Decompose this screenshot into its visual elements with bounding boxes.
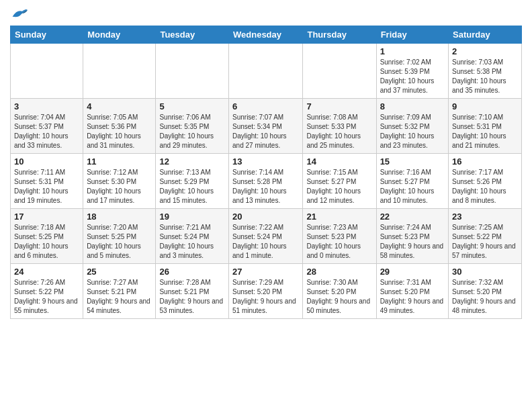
day-info: Sunrise: 7:31 AM Sunset: 5:20 PM Dayligh…	[380, 278, 445, 316]
calendar-cell: 12Sunrise: 7:13 AM Sunset: 5:29 PM Dayli…	[156, 154, 229, 209]
day-number: 13	[232, 156, 299, 167]
calendar-cell	[303, 44, 376, 99]
calendar-cell: 24Sunrise: 7:26 AM Sunset: 5:22 PM Dayli…	[11, 264, 83, 319]
calendar-cell: 26Sunrise: 7:28 AM Sunset: 5:21 PM Dayli…	[156, 264, 229, 319]
day-info: Sunrise: 7:22 AM Sunset: 5:24 PM Dayligh…	[232, 223, 299, 261]
calendar-cell	[229, 44, 303, 99]
day-number: 15	[380, 156, 445, 167]
day-info: Sunrise: 7:05 AM Sunset: 5:36 PM Dayligh…	[87, 113, 152, 150]
calendar-week-1: 1Sunrise: 7:02 AM Sunset: 5:39 PM Daylig…	[11, 44, 522, 99]
day-number: 29	[380, 267, 445, 277]
calendar-cell: 14Sunrise: 7:15 AM Sunset: 5:27 PM Dayli…	[303, 154, 376, 209]
day-number: 28	[306, 267, 372, 277]
calendar-cell: 20Sunrise: 7:22 AM Sunset: 5:24 PM Dayli…	[229, 209, 303, 264]
day-number: 8	[380, 101, 445, 111]
calendar-cell: 5Sunrise: 7:06 AM Sunset: 5:35 PM Daylig…	[156, 99, 229, 154]
calendar-cell: 25Sunrise: 7:27 AM Sunset: 5:21 PM Dayli…	[83, 264, 156, 319]
calendar-cell: 11Sunrise: 7:12 AM Sunset: 5:30 PM Dayli…	[83, 154, 156, 209]
day-number: 22	[380, 212, 445, 222]
day-number: 27	[232, 267, 299, 277]
day-info: Sunrise: 7:09 AM Sunset: 5:32 PM Dayligh…	[380, 113, 445, 150]
day-info: Sunrise: 7:26 AM Sunset: 5:22 PM Dayligh…	[14, 278, 79, 316]
day-info: Sunrise: 7:12 AM Sunset: 5:30 PM Dayligh…	[87, 168, 152, 205]
day-info: Sunrise: 7:24 AM Sunset: 5:23 PM Dayligh…	[380, 223, 445, 261]
page-header	[10, 7, 522, 20]
calendar-cell	[83, 44, 156, 99]
day-number: 1	[380, 46, 445, 56]
calendar-cell: 15Sunrise: 7:16 AM Sunset: 5:27 PM Dayli…	[376, 154, 448, 209]
day-number: 7	[306, 101, 372, 111]
calendar-cell: 18Sunrise: 7:20 AM Sunset: 5:25 PM Dayli…	[83, 209, 156, 264]
day-number: 20	[232, 212, 299, 222]
day-info: Sunrise: 7:16 AM Sunset: 5:27 PM Dayligh…	[380, 168, 445, 205]
calendar-cell: 13Sunrise: 7:14 AM Sunset: 5:28 PM Dayli…	[229, 154, 303, 209]
calendar-header-wednesday: Wednesday	[229, 26, 303, 44]
calendar-cell: 17Sunrise: 7:18 AM Sunset: 5:25 PM Dayli…	[11, 209, 83, 264]
calendar-week-2: 3Sunrise: 7:04 AM Sunset: 5:37 PM Daylig…	[11, 99, 522, 154]
day-number: 14	[306, 156, 372, 167]
day-info: Sunrise: 7:21 AM Sunset: 5:24 PM Dayligh…	[159, 223, 225, 261]
day-number: 6	[232, 101, 299, 111]
day-info: Sunrise: 7:25 AM Sunset: 5:22 PM Dayligh…	[452, 223, 518, 261]
day-number: 30	[452, 267, 518, 277]
day-number: 16	[452, 156, 518, 167]
day-info: Sunrise: 7:13 AM Sunset: 5:29 PM Dayligh…	[159, 168, 225, 205]
day-number: 19	[159, 212, 225, 222]
day-number: 4	[87, 101, 152, 111]
day-info: Sunrise: 7:20 AM Sunset: 5:25 PM Dayligh…	[87, 223, 152, 261]
calendar-cell: 30Sunrise: 7:32 AM Sunset: 5:20 PM Dayli…	[449, 264, 522, 319]
calendar-header-saturday: Saturday	[449, 26, 522, 44]
calendar-cell	[156, 44, 229, 99]
day-info: Sunrise: 7:03 AM Sunset: 5:38 PM Dayligh…	[452, 58, 518, 95]
day-number: 17	[14, 212, 79, 222]
day-info: Sunrise: 7:02 AM Sunset: 5:39 PM Dayligh…	[380, 58, 445, 95]
day-number: 26	[159, 267, 225, 277]
day-number: 25	[87, 267, 152, 277]
day-info: Sunrise: 7:17 AM Sunset: 5:26 PM Dayligh…	[452, 168, 518, 205]
calendar-cell: 2Sunrise: 7:03 AM Sunset: 5:38 PM Daylig…	[449, 44, 522, 99]
logo-bird-icon	[11, 7, 28, 20]
day-info: Sunrise: 7:30 AM Sunset: 5:20 PM Dayligh…	[306, 278, 372, 316]
calendar-cell: 21Sunrise: 7:23 AM Sunset: 5:23 PM Dayli…	[303, 209, 376, 264]
calendar-cell: 1Sunrise: 7:02 AM Sunset: 5:39 PM Daylig…	[376, 44, 448, 99]
calendar-week-5: 24Sunrise: 7:26 AM Sunset: 5:22 PM Dayli…	[11, 264, 522, 319]
calendar-cell	[11, 44, 83, 99]
day-number: 18	[87, 212, 152, 222]
day-info: Sunrise: 7:18 AM Sunset: 5:25 PM Dayligh…	[14, 223, 79, 261]
day-info: Sunrise: 7:27 AM Sunset: 5:21 PM Dayligh…	[87, 278, 152, 316]
day-number: 21	[306, 212, 372, 222]
day-info: Sunrise: 7:11 AM Sunset: 5:31 PM Dayligh…	[14, 168, 79, 205]
day-number: 23	[452, 212, 518, 222]
calendar-cell: 23Sunrise: 7:25 AM Sunset: 5:22 PM Dayli…	[449, 209, 522, 264]
day-number: 11	[87, 156, 152, 167]
calendar-cell: 27Sunrise: 7:29 AM Sunset: 5:20 PM Dayli…	[229, 264, 303, 319]
calendar-cell: 3Sunrise: 7:04 AM Sunset: 5:37 PM Daylig…	[11, 99, 83, 154]
day-number: 2	[452, 46, 518, 56]
calendar-header-tuesday: Tuesday	[156, 26, 229, 44]
calendar-week-3: 10Sunrise: 7:11 AM Sunset: 5:31 PM Dayli…	[11, 154, 522, 209]
day-info: Sunrise: 7:06 AM Sunset: 5:35 PM Dayligh…	[159, 113, 225, 150]
logo	[10, 7, 28, 20]
calendar-cell: 8Sunrise: 7:09 AM Sunset: 5:32 PM Daylig…	[376, 99, 448, 154]
day-number: 5	[159, 101, 225, 111]
day-number: 12	[159, 156, 225, 167]
calendar-table: SundayMondayTuesdayWednesdayThursdayFrid…	[10, 26, 522, 319]
page-container: SundayMondayTuesdayWednesdayThursdayFrid…	[0, 0, 532, 326]
day-info: Sunrise: 7:29 AM Sunset: 5:20 PM Dayligh…	[232, 278, 299, 316]
calendar-week-4: 17Sunrise: 7:18 AM Sunset: 5:25 PM Dayli…	[11, 209, 522, 264]
calendar-cell: 29Sunrise: 7:31 AM Sunset: 5:20 PM Dayli…	[376, 264, 448, 319]
day-info: Sunrise: 7:10 AM Sunset: 5:31 PM Dayligh…	[452, 113, 518, 150]
calendar-cell: 10Sunrise: 7:11 AM Sunset: 5:31 PM Dayli…	[11, 154, 83, 209]
calendar-cell: 22Sunrise: 7:24 AM Sunset: 5:23 PM Dayli…	[376, 209, 448, 264]
day-info: Sunrise: 7:32 AM Sunset: 5:20 PM Dayligh…	[452, 278, 518, 316]
calendar-header-sunday: Sunday	[11, 26, 83, 44]
calendar-header-monday: Monday	[83, 26, 156, 44]
day-info: Sunrise: 7:04 AM Sunset: 5:37 PM Dayligh…	[14, 113, 79, 150]
calendar-cell: 7Sunrise: 7:08 AM Sunset: 5:33 PM Daylig…	[303, 99, 376, 154]
calendar-header-row: SundayMondayTuesdayWednesdayThursdayFrid…	[11, 26, 522, 44]
day-number: 10	[14, 156, 79, 167]
day-info: Sunrise: 7:28 AM Sunset: 5:21 PM Dayligh…	[159, 278, 225, 316]
calendar-cell: 16Sunrise: 7:17 AM Sunset: 5:26 PM Dayli…	[449, 154, 522, 209]
calendar-cell: 9Sunrise: 7:10 AM Sunset: 5:31 PM Daylig…	[449, 99, 522, 154]
day-number: 9	[452, 101, 518, 111]
